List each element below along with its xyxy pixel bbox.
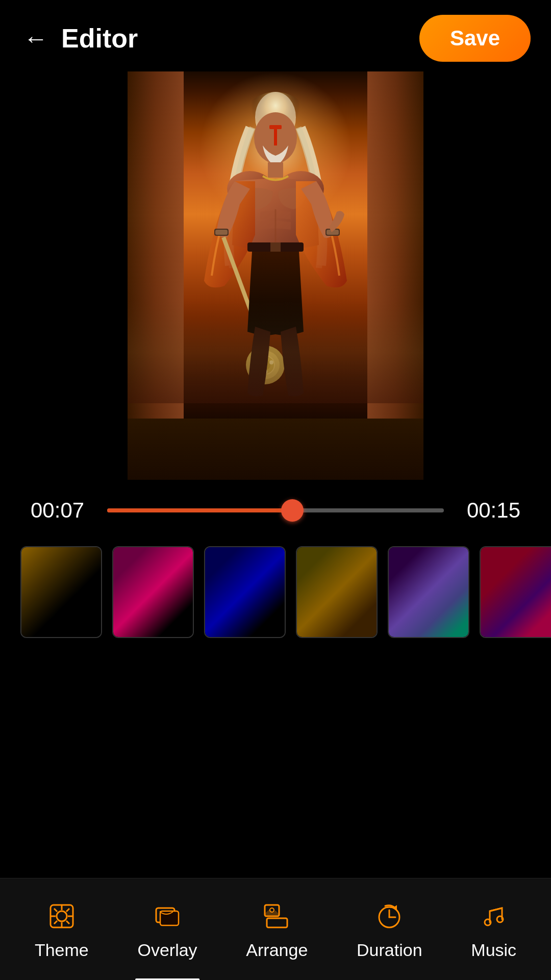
theme-preview-3	[205, 547, 285, 637]
cloud-effect	[128, 301, 423, 403]
timeline-track[interactable]	[107, 508, 444, 512]
warrior-figure	[184, 87, 367, 470]
current-time: 00:07	[31, 498, 92, 523]
duration-icon	[371, 898, 407, 934]
theme-preview-2	[113, 547, 193, 637]
back-button[interactable]: ←	[20, 23, 51, 54]
duration-label: Duration	[357, 940, 422, 960]
nav-item-overlay[interactable]: Overlay	[127, 893, 207, 965]
nav-item-theme[interactable]: Theme	[24, 893, 99, 965]
header: ← Editor Save	[0, 0, 551, 66]
theme-preview-4	[297, 547, 377, 637]
header-left: ← Editor	[20, 23, 138, 54]
image-frame	[128, 71, 423, 480]
page-title: Editor	[61, 23, 138, 54]
end-time: 00:15	[459, 498, 520, 523]
ground	[128, 419, 423, 480]
theme-item-4[interactable]	[296, 546, 378, 638]
arrange-icon	[259, 898, 295, 934]
theme-preview-1	[21, 547, 101, 637]
svg-rect-35	[267, 918, 287, 927]
theme-item-5[interactable]	[388, 546, 469, 638]
arrange-label: Arrange	[246, 940, 308, 960]
theme-preview-6	[481, 547, 551, 637]
image-background	[128, 71, 423, 480]
back-icon: ←	[23, 24, 48, 53]
theme-item-6[interactable]	[480, 546, 551, 638]
theme-strip	[0, 536, 551, 648]
nav-item-music[interactable]: Music	[461, 893, 527, 965]
music-label: Music	[471, 940, 516, 960]
theme-item-1[interactable]	[20, 546, 102, 638]
save-button[interactable]: Save	[419, 15, 531, 62]
svg-rect-3	[269, 125, 282, 129]
svg-rect-10	[215, 230, 228, 235]
nav-item-duration[interactable]: Duration	[346, 893, 433, 965]
timeline-progress	[107, 508, 292, 512]
svg-rect-23	[270, 242, 281, 252]
canvas-area	[0, 66, 551, 485]
music-icon	[476, 898, 512, 934]
theme-preview-5	[389, 547, 468, 637]
svg-line-41	[490, 908, 502, 911]
timeline-section: 00:07 00:15	[0, 485, 551, 536]
theme-label: Theme	[35, 940, 89, 960]
timeline-thumb[interactable]	[281, 499, 304, 522]
theme-item-3[interactable]	[204, 546, 286, 638]
nav-item-arrange[interactable]: Arrange	[236, 893, 318, 965]
svg-point-27	[57, 911, 67, 921]
svg-rect-5	[268, 162, 283, 178]
bottom-nav: Theme Overlay Arrange	[0, 878, 551, 980]
overlay-icon	[149, 898, 185, 934]
theme-item-2[interactable]	[112, 546, 194, 638]
overlay-label: Overlay	[137, 940, 197, 960]
theme-icon	[44, 898, 80, 934]
